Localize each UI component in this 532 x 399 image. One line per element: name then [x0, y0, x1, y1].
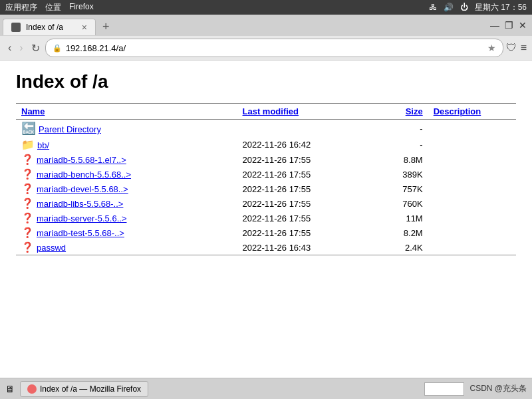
- forward-button[interactable]: ›: [17, 41, 25, 55]
- datetime: 星期六 17：56: [475, 2, 527, 13]
- table-row: 🔙Parent Directory-: [16, 120, 516, 138]
- desc-cell: [428, 240, 516, 255]
- desc-cell: [428, 225, 516, 240]
- file-link[interactable]: mariadb-server-5.5.6..>: [37, 213, 126, 223]
- file-icon: ❓: [21, 154, 34, 165]
- table-row: ❓mariadb-libs-5.5.68-..>2022-11-26 17:55…: [16, 196, 516, 211]
- tab-title: Index of /a: [26, 23, 63, 32]
- table-row: ❓mariadb-devel-5.5.68..>2022-11-26 17:55…: [16, 182, 516, 196]
- table-row: 📁bb/2022-11-26 16:42-: [16, 137, 516, 152]
- table-header-row: Name Last modified Size Description: [16, 104, 516, 120]
- desc-cell: [428, 120, 516, 138]
- size-cell: 757K: [378, 182, 428, 196]
- new-tab-button[interactable]: +: [98, 20, 114, 34]
- tab-close-button[interactable]: ×: [82, 22, 87, 33]
- address-input[interactable]: [66, 43, 483, 53]
- page-title: Index of /a: [16, 71, 516, 92]
- system-bar-right: 🖧 🔊 ⏻ 星期六 17：56: [429, 2, 527, 13]
- file-table: Name Last modified Size Description 🔙Par…: [16, 103, 516, 255]
- sort-by-size-link[interactable]: Size: [406, 106, 423, 116]
- file-link[interactable]: bb/: [37, 140, 49, 150]
- size-cell: 760K: [378, 196, 428, 211]
- nav-right-buttons: 🛡 ≡: [506, 42, 527, 54]
- modified-cell: 2022-11-26 17:55: [237, 167, 378, 182]
- file-link[interactable]: passwd: [37, 243, 66, 253]
- modified-cell: 2022-11-26 17:55: [237, 182, 378, 196]
- size-cell: 389K: [378, 167, 428, 182]
- close-button[interactable]: ✕: [519, 20, 527, 31]
- sort-by-desc-link[interactable]: Description: [434, 106, 481, 116]
- size-cell: -: [378, 120, 428, 138]
- desc-cell: [428, 167, 516, 182]
- sort-by-name-link[interactable]: Name: [21, 106, 45, 116]
- file-icon: ❓: [21, 241, 34, 253]
- tab-favicon: [11, 23, 21, 32]
- col-size-header[interactable]: Size: [378, 104, 428, 120]
- modified-cell: 2022-11-26 17:55: [237, 196, 378, 211]
- desc-cell: [428, 196, 516, 211]
- file-icon: ❓: [21, 183, 34, 194]
- sort-by-modified-link[interactable]: Last modified: [243, 106, 299, 116]
- size-cell: -: [378, 137, 428, 152]
- size-cell: 11M: [378, 211, 428, 225]
- app-menu[interactable]: 应用程序: [5, 2, 37, 13]
- table-row: ❓mariadb-test-5.5.68-..>2022-11-26 17:55…: [16, 225, 516, 240]
- desc-cell: [428, 152, 516, 167]
- file-link[interactable]: mariadb-libs-5.5.68-..>: [37, 199, 123, 209]
- table-row: ❓mariadb-5.5.68-1.el7..>2022-11-26 17:55…: [16, 152, 516, 167]
- parent-dir-link[interactable]: Parent Directory: [39, 124, 101, 134]
- bookmark-star-icon[interactable]: ★: [487, 43, 496, 53]
- file-icon: ❓: [21, 227, 34, 238]
- tab-bar: Index of /a × +: [0, 15, 485, 36]
- maximize-button[interactable]: ❐: [505, 20, 513, 31]
- window-controls: — ❐ ✕: [485, 15, 532, 36]
- desc-cell: [428, 137, 516, 152]
- col-desc-header[interactable]: Description: [428, 104, 516, 120]
- size-cell: 8.8M: [378, 152, 428, 167]
- table-row: ❓mariadb-server-5.5.6..>2022-11-26 17:55…: [16, 211, 516, 225]
- system-bar: 应用程序 位置 Firefox 🖧 🔊 ⏻ 星期六 17：56: [0, 0, 532, 15]
- network-icon: 🖧: [429, 3, 437, 12]
- nav-bar: ‹ › ↻ 🔒 ★ 🛡 ≡: [0, 36, 532, 60]
- modified-cell: 2022-11-26 16:42: [237, 137, 378, 152]
- file-link[interactable]: mariadb-test-5.5.68-..>: [37, 228, 124, 238]
- location-menu[interactable]: 位置: [45, 2, 61, 13]
- content-area: Index of /a Name Last modified Size Desc…: [0, 61, 532, 380]
- back-icon: 🔙: [21, 122, 36, 135]
- file-icon: ❓: [21, 212, 34, 223]
- power-icon: ⏻: [460, 3, 468, 12]
- minimize-button[interactable]: —: [490, 20, 499, 31]
- lock-icon: 🔒: [53, 44, 62, 53]
- table-row: ❓passwd2022-11-26 16:432.4K: [16, 240, 516, 255]
- system-bar-left: 应用程序 位置 Firefox: [5, 2, 94, 13]
- back-button[interactable]: ‹: [5, 41, 14, 55]
- modified-cell: 2022-11-26 17:55: [237, 211, 378, 225]
- address-bar[interactable]: 🔒 ★: [45, 39, 503, 57]
- col-modified-header[interactable]: Last modified: [237, 104, 378, 120]
- file-link[interactable]: mariadb-bench-5.5.68..>: [37, 170, 131, 180]
- file-link[interactable]: mariadb-devel-5.5.68..>: [37, 184, 128, 194]
- reload-button[interactable]: ↻: [29, 41, 43, 56]
- file-icon: ❓: [21, 198, 34, 209]
- modified-cell: 2022-11-26 17:55: [237, 225, 378, 240]
- modified-cell: 2022-11-26 16:43: [237, 240, 378, 255]
- menu-button[interactable]: ≡: [521, 42, 527, 54]
- active-tab[interactable]: Index of /a ×: [3, 19, 96, 35]
- table-row: ❓mariadb-bench-5.5.68..>2022-11-26 17:55…: [16, 167, 516, 182]
- size-cell: 8.2M: [378, 225, 428, 240]
- col-name-header[interactable]: Name: [16, 104, 237, 120]
- modified-cell: [237, 120, 378, 138]
- browser-chrome: Index of /a × + — ❐ ✕ ‹ › ↻ 🔒 ★ 🛡 ≡: [0, 15, 532, 61]
- volume-icon: 🔊: [444, 3, 454, 12]
- taskbar: 🖥 Index of /a — Mozilla Firefox CSDN @充头…: [0, 378, 532, 380]
- desc-cell: [428, 182, 516, 196]
- file-icon: ❓: [21, 168, 34, 180]
- modified-cell: 2022-11-26 17:55: [237, 152, 378, 167]
- folder-icon: 📁: [21, 139, 35, 150]
- firefox-menu[interactable]: Firefox: [69, 2, 94, 13]
- extensions-button[interactable]: 🛡: [506, 42, 517, 54]
- desc-cell: [428, 211, 516, 225]
- size-cell: 2.4K: [378, 240, 428, 255]
- file-link[interactable]: mariadb-5.5.68-1.el7..>: [37, 155, 126, 165]
